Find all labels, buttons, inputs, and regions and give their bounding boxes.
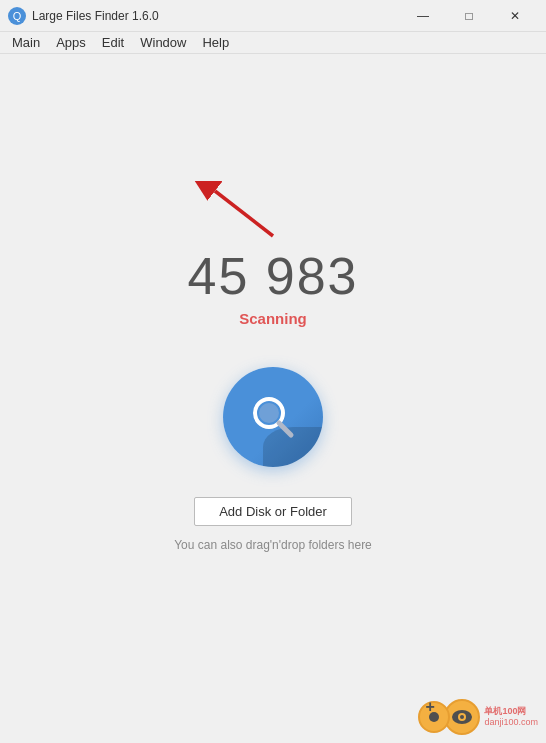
svg-point-7 — [460, 715, 464, 719]
add-disk-button[interactable]: Add Disk or Folder — [194, 497, 352, 526]
minimize-button[interactable]: — — [400, 0, 446, 32]
close-button[interactable]: ✕ — [492, 0, 538, 32]
svg-line-3 — [279, 423, 291, 435]
menu-bar: Main Apps Edit Window Help — [0, 32, 546, 54]
count-area: 45 983 Scanning — [187, 246, 358, 357]
app-icon: Q — [8, 7, 26, 25]
watermark-text: 单机100网 danji100.com — [484, 706, 538, 728]
window-controls: — □ ✕ — [400, 0, 538, 32]
svg-line-1 — [215, 191, 273, 236]
menu-edit[interactable]: Edit — [94, 33, 132, 52]
watermark-line2: danji100.com — [484, 717, 538, 728]
watermark-line1: 单机100网 — [484, 706, 538, 717]
menu-apps[interactable]: Apps — [48, 33, 94, 52]
red-arrow-icon — [193, 181, 283, 241]
watermark-logo — [418, 699, 480, 735]
maximize-button[interactable]: □ — [446, 0, 492, 32]
scan-count: 45 983 — [187, 246, 358, 306]
magnifier-icon — [247, 391, 299, 443]
svg-point-4 — [259, 403, 279, 423]
watermark: 单机100网 danji100.com — [418, 699, 538, 735]
drag-hint-label: You can also drag'n'drop folders here — [174, 538, 372, 552]
menu-main[interactable]: Main — [4, 33, 48, 52]
menu-window[interactable]: Window — [132, 33, 194, 52]
eye-icon — [451, 709, 473, 725]
title-bar-left: Q Large Files Finder 1.6.0 — [8, 7, 159, 25]
watermark-inner-1 — [429, 712, 439, 722]
main-content: 45 983 Scanning Add Disk or Folder You c… — [0, 54, 546, 743]
app-title: Large Files Finder 1.6.0 — [32, 9, 159, 23]
title-bar: Q Large Files Finder 1.6.0 — □ ✕ — [0, 0, 546, 32]
scanning-label: Scanning — [239, 310, 307, 327]
search-icon-circle — [223, 367, 323, 467]
watermark-circle-1 — [418, 701, 450, 733]
menu-help[interactable]: Help — [194, 33, 237, 52]
